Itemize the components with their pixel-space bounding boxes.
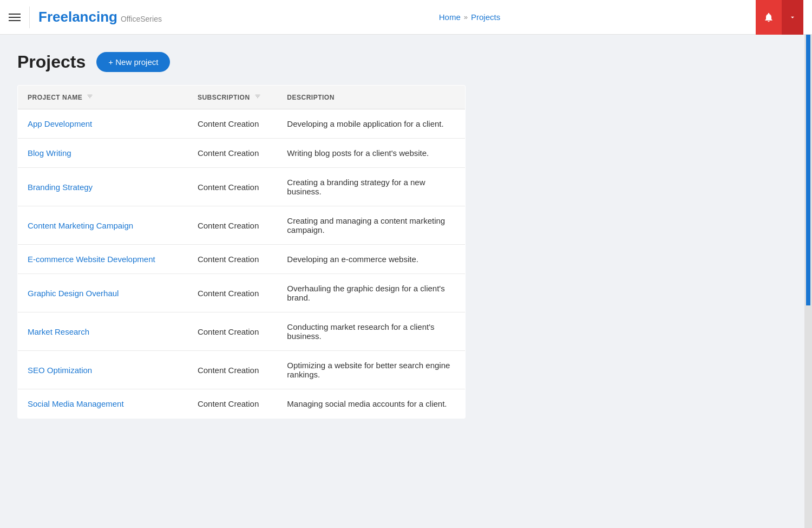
project-name-cell: SEO Optimization xyxy=(18,351,188,389)
project-name-link[interactable]: Market Research xyxy=(28,327,89,336)
project-name-filter-icon[interactable] xyxy=(87,93,93,101)
table-row: Branding StrategyContent CreationCreatin… xyxy=(18,168,466,206)
main-content: Projects + New project PROJECT NAME xyxy=(0,35,483,436)
brand-series: OfficeSeries xyxy=(121,15,162,23)
project-name-link[interactable]: Blog Writing xyxy=(28,148,71,158)
subscription-cell: Content Creation xyxy=(188,139,277,168)
user-dropdown-button[interactable] xyxy=(782,0,803,35)
nav-projects-link[interactable]: Projects xyxy=(471,12,500,22)
page-title-row: Projects + New project xyxy=(17,52,466,72)
table-header-row: PROJECT NAME SUBSCRIPTION xyxy=(18,86,466,109)
project-name-cell: Content Marketing Campaign xyxy=(18,206,188,245)
page-title: Projects xyxy=(17,52,86,72)
header-brand: Freelancing OfficeSeries xyxy=(38,9,162,25)
nav-home-link[interactable]: Home xyxy=(439,12,461,22)
project-name-cell: Market Research xyxy=(18,312,188,351)
table-row: Social Media ManagementContent CreationM… xyxy=(18,389,466,419)
description-cell: Optimizing a website for better search e… xyxy=(277,351,466,389)
table-row: Blog WritingContent CreationWriting blog… xyxy=(18,139,466,168)
table-body: App DevelopmentContent CreationDevelopin… xyxy=(18,109,466,419)
col-subscription: SUBSCRIPTION xyxy=(188,86,277,109)
project-name-cell: Branding Strategy xyxy=(18,168,188,206)
project-name-link[interactable]: App Development xyxy=(28,119,92,128)
subscription-cell: Content Creation xyxy=(188,206,277,245)
page-wrapper: Projects + New project PROJECT NAME xyxy=(0,35,812,436)
description-cell: Developing a mobile application for a cl… xyxy=(277,109,466,139)
description-cell: Developing an e-commerce website. xyxy=(277,245,466,274)
subscription-cell: Content Creation xyxy=(188,312,277,351)
project-name-link[interactable]: Content Marketing Campaign xyxy=(28,221,133,230)
subscription-cell: Content Creation xyxy=(188,245,277,274)
subscription-cell: Content Creation xyxy=(188,109,277,139)
scrollbar-track[interactable] xyxy=(804,0,812,528)
description-cell: Conducting market research for a client'… xyxy=(277,312,466,351)
project-name-cell: Social Media Management xyxy=(18,389,188,419)
description-cell: Creating and managing a content marketin… xyxy=(277,206,466,245)
subscription-cell: Content Creation xyxy=(188,389,277,419)
description-cell: Writing blog posts for a client's websit… xyxy=(277,139,466,168)
description-cell: Creating a branding strategy for a new b… xyxy=(277,168,466,206)
project-name-link[interactable]: SEO Optimization xyxy=(28,366,92,375)
scrollbar-thumb[interactable] xyxy=(806,35,810,305)
project-name-cell: App Development xyxy=(18,109,188,139)
table-row: E-commerce Website DevelopmentContent Cr… xyxy=(18,245,466,274)
header-actions xyxy=(756,0,803,35)
table-row: Market ResearchContent CreationConductin… xyxy=(18,312,466,351)
subscription-cell: Content Creation xyxy=(188,351,277,389)
nav-separator: » xyxy=(464,13,468,21)
subscription-cell: Content Creation xyxy=(188,274,277,312)
notifications-button[interactable] xyxy=(756,0,782,35)
table-row: SEO OptimizationContent CreationOptimizi… xyxy=(18,351,466,389)
chevron-down-icon xyxy=(789,14,796,21)
bell-icon xyxy=(763,12,774,23)
header-divider xyxy=(29,6,30,28)
new-project-button[interactable]: + New project xyxy=(96,52,170,72)
project-name-cell: Graphic Design Overhaul xyxy=(18,274,188,312)
project-name-link[interactable]: E-commerce Website Development xyxy=(28,255,155,264)
subscription-cell: Content Creation xyxy=(188,168,277,206)
description-cell: Managing social media accounts for a cli… xyxy=(277,389,466,419)
project-name-cell: Blog Writing xyxy=(18,139,188,168)
col-project-name: PROJECT NAME xyxy=(18,86,188,109)
description-cell: Overhauling the graphic design for a cli… xyxy=(277,274,466,312)
hamburger-menu-icon[interactable] xyxy=(9,14,21,21)
brand-name: Freelancing xyxy=(38,9,117,25)
project-name-link[interactable]: Branding Strategy xyxy=(28,182,93,192)
project-name-link[interactable]: Graphic Design Overhaul xyxy=(28,289,119,298)
subscription-filter-icon[interactable] xyxy=(254,93,261,101)
col-description: DESCRIPTION xyxy=(277,86,466,109)
header-nav: Home » Projects xyxy=(184,12,756,22)
projects-table: PROJECT NAME SUBSCRIPTION xyxy=(17,85,466,419)
project-name-cell: E-commerce Website Development xyxy=(18,245,188,274)
table-row: Graphic Design OverhaulContent CreationO… xyxy=(18,274,466,312)
table-header: PROJECT NAME SUBSCRIPTION xyxy=(18,86,466,109)
header: Freelancing OfficeSeries Home » Projects xyxy=(0,0,812,35)
table-row: Content Marketing CampaignContent Creati… xyxy=(18,206,466,245)
project-name-link[interactable]: Social Media Management xyxy=(28,399,124,408)
table-row: App DevelopmentContent CreationDevelopin… xyxy=(18,109,466,139)
